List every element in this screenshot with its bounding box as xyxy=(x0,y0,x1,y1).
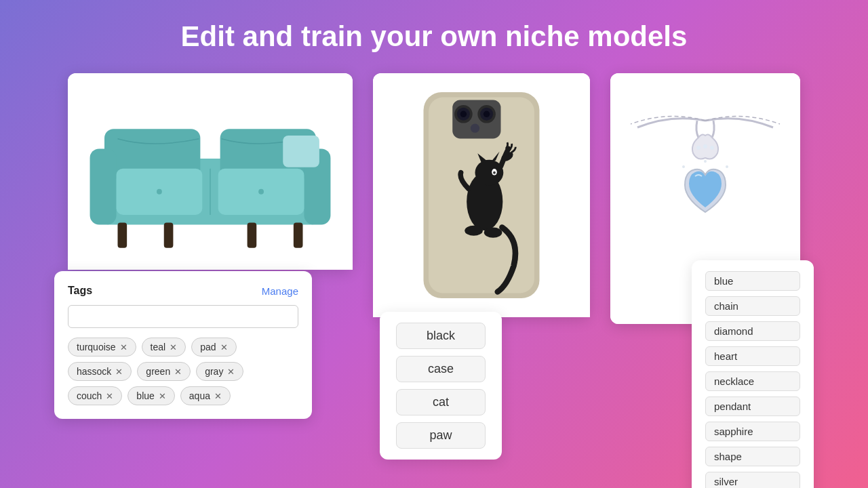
phone-case-image xyxy=(373,73,590,317)
tag-cat: cat xyxy=(396,389,486,415)
tag-chip-gray: gray ✕ xyxy=(196,362,243,381)
tag-chip-couch: couch ✕ xyxy=(68,386,122,405)
card3-container: blue chain diamond heart necklace pendan… xyxy=(610,73,800,324)
cards-row: Tags Manage turquoise ✕ teal ✕ pad ✕ has… xyxy=(0,73,868,324)
svg-rect-8 xyxy=(283,135,319,167)
svg-point-23 xyxy=(484,111,490,118)
card2-phone-case xyxy=(373,73,590,317)
tag-shape: shape xyxy=(705,447,800,466)
svg-point-13 xyxy=(157,188,162,194)
tag-remove-gray[interactable]: ✕ xyxy=(227,367,235,377)
tag-chip-blue: blue ✕ xyxy=(127,386,174,405)
tag-remove-teal[interactable]: ✕ xyxy=(170,342,177,352)
tags-row: turquoise ✕ teal ✕ pad ✕ hassock ✕ green… xyxy=(68,338,298,405)
svg-rect-3 xyxy=(90,148,117,224)
tag-remove-pad[interactable]: ✕ xyxy=(220,342,228,352)
tag-silver: silver xyxy=(705,472,800,488)
tag-paw: paw xyxy=(396,422,486,449)
card1-sofa xyxy=(68,73,353,270)
svg-rect-11 xyxy=(248,222,257,247)
tag-necklace: necklace xyxy=(705,371,800,391)
svg-point-38 xyxy=(703,144,707,148)
tag-remove-hassock[interactable]: ✕ xyxy=(115,367,123,377)
svg-point-35 xyxy=(726,165,728,168)
card2-tags: black case cat paw xyxy=(380,312,502,460)
manage-link[interactable]: Manage xyxy=(262,285,298,297)
svg-point-34 xyxy=(682,165,685,168)
card1-tags-panel: Tags Manage turquoise ✕ teal ✕ pad ✕ has… xyxy=(54,271,312,419)
phone-case-svg xyxy=(417,83,546,307)
tag-chip-hassock: hassock ✕ xyxy=(68,362,132,381)
tag-blue: blue xyxy=(705,271,800,291)
tag-chain: chain xyxy=(705,296,800,316)
tag-diamond: diamond xyxy=(705,321,800,341)
sofa-image xyxy=(68,73,353,270)
tag-chip-aqua: aqua ✕ xyxy=(180,386,231,405)
sofa-svg xyxy=(78,85,342,258)
tag-pendant: pendant xyxy=(705,396,800,416)
svg-rect-12 xyxy=(294,222,303,247)
tag-chip-teal: teal ✕ xyxy=(142,338,186,357)
svg-rect-10 xyxy=(164,222,174,247)
tags-input[interactable] xyxy=(68,305,298,328)
svg-point-36 xyxy=(704,160,707,163)
tag-sapphire: sapphire xyxy=(705,422,800,441)
tag-remove-aqua[interactable]: ✕ xyxy=(214,391,222,401)
tag-chip-pad: pad ✕ xyxy=(191,338,236,357)
svg-point-37 xyxy=(696,146,701,150)
card1-container: Tags Manage turquoise ✕ teal ✕ pad ✕ has… xyxy=(68,73,353,270)
tag-chip-turquoise: turquoise ✕ xyxy=(68,338,136,357)
svg-point-20 xyxy=(460,111,467,118)
card2-container: black case cat paw xyxy=(373,73,590,317)
tags-label: Tags xyxy=(68,285,92,297)
svg-rect-9 xyxy=(118,222,127,247)
tag-chip-green: green ✕ xyxy=(137,362,191,381)
svg-point-33 xyxy=(493,171,496,174)
tag-heart: heart xyxy=(705,346,800,366)
svg-point-24 xyxy=(471,124,479,133)
page-title: Edit and train your own niche models xyxy=(181,20,688,53)
tag-remove-blue[interactable]: ✕ xyxy=(159,391,166,401)
tag-remove-turquoise[interactable]: ✕ xyxy=(120,342,127,352)
tags-header: Tags Manage xyxy=(68,285,298,297)
tag-case: case xyxy=(396,356,486,382)
svg-point-30 xyxy=(465,226,483,236)
tag-remove-green[interactable]: ✕ xyxy=(174,367,182,377)
svg-point-14 xyxy=(258,188,264,194)
svg-point-39 xyxy=(710,146,714,150)
tag-black: black xyxy=(396,323,486,349)
tag-remove-couch[interactable]: ✕ xyxy=(106,391,113,401)
svg-point-31 xyxy=(484,228,502,238)
card3-tags: blue chain diamond heart necklace pendan… xyxy=(692,260,814,488)
